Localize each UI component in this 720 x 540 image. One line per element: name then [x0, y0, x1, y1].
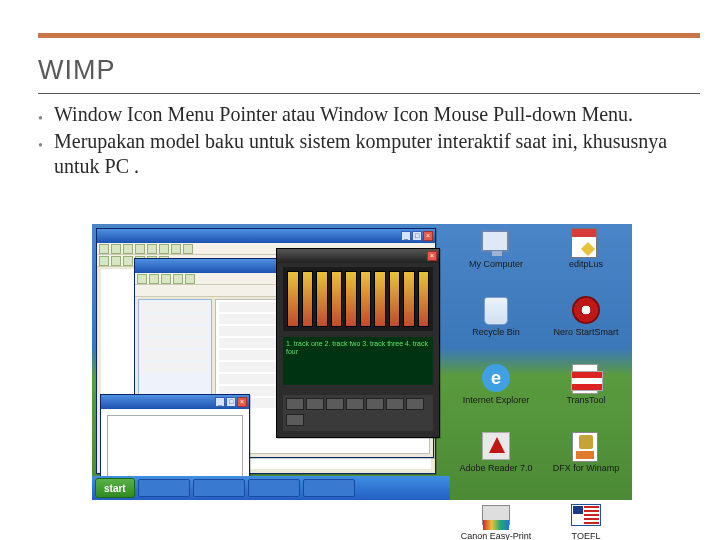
my-computer-icon[interactable]: My Computer: [456, 228, 536, 292]
toolbar-icon[interactable]: [99, 256, 109, 266]
recycle-bin-icon[interactable]: Recycle Bin: [456, 296, 536, 360]
eq-slider[interactable]: [418, 271, 430, 327]
toolbar-icon[interactable]: [159, 244, 169, 254]
bullet-item: • Merupakan model baku untuk sistem komp…: [38, 129, 680, 179]
taskbar-app-button[interactable]: [248, 479, 300, 497]
desktop-icon-label: My Computer: [469, 260, 523, 270]
next-button[interactable]: [366, 398, 384, 410]
toolbar-icon[interactable]: [183, 244, 193, 254]
toolbar-icon[interactable]: [123, 244, 133, 254]
my-computer-icon-glyph: [481, 228, 511, 258]
toolbar-icon[interactable]: [111, 256, 121, 266]
toolbar-icon[interactable]: [135, 244, 145, 254]
recycle-bin-icon-glyph: [481, 296, 511, 326]
bullet-marker: •: [38, 112, 44, 126]
folders-icon[interactable]: [185, 274, 195, 284]
canon-easyprint-icon-glyph: [481, 500, 511, 530]
list-item[interactable]: [142, 350, 208, 360]
document-page[interactable]: [107, 415, 243, 483]
desktop-icon-label: TOEFL: [572, 532, 601, 540]
player-controls[interactable]: [283, 395, 433, 431]
eq-slider[interactable]: [331, 271, 343, 327]
internet-explorer-icon[interactable]: Internet Explorer: [456, 364, 536, 428]
desktop-icons-area: My ComputereditpLusRecycle BinNero Start…: [450, 224, 632, 500]
taskbar-app-button[interactable]: [303, 479, 355, 497]
window-titlebar[interactable]: _ □ ×: [97, 229, 435, 243]
close-button[interactable]: ×: [423, 231, 433, 241]
slide-content: • Window Icon Menu Pointer atau Window I…: [38, 102, 680, 181]
minimize-button[interactable]: _: [401, 231, 411, 241]
desktop-icon-label: Canon Easy-Print …: [457, 532, 535, 540]
up-icon[interactable]: [161, 274, 171, 284]
desktop-icon-label: Nero StartSmart: [553, 328, 618, 338]
back-icon[interactable]: [137, 274, 147, 284]
list-item[interactable]: [142, 338, 208, 348]
eq-slider[interactable]: [302, 271, 314, 327]
close-button[interactable]: ×: [427, 251, 437, 261]
title-rule: [38, 93, 700, 94]
toefl-icon[interactable]: TOEFL: [546, 500, 626, 540]
window-titlebar[interactable]: _ □ ×: [101, 395, 249, 409]
start-button[interactable]: start: [95, 478, 135, 498]
shuffle-button[interactable]: [406, 398, 424, 410]
toefl-icon-glyph: [571, 500, 601, 530]
eq-slider[interactable]: [287, 271, 299, 327]
dfx-winamp-icon-glyph: [571, 432, 601, 462]
pause-button[interactable]: [326, 398, 344, 410]
bullet-item: • Window Icon Menu Pointer atau Window I…: [38, 102, 680, 127]
toolbar-icon[interactable]: [147, 244, 157, 254]
eq-slider[interactable]: [316, 271, 328, 327]
list-item[interactable]: [142, 314, 208, 324]
toolbar-icon[interactable]: [99, 244, 109, 254]
desktop-icon-label: Adobe Reader 7.0: [459, 464, 532, 474]
editplus-icon[interactable]: editpLus: [546, 228, 626, 292]
bullet-text: Merupakan model baku untuk sistem komput…: [54, 129, 680, 179]
taskbar[interactable]: start: [92, 476, 450, 500]
forward-icon[interactable]: [149, 274, 159, 284]
dfx-winamp-icon[interactable]: DFX for Winamp: [546, 432, 626, 496]
window-titlebar[interactable]: ×: [277, 249, 439, 263]
eq-slider[interactable]: [389, 271, 401, 327]
toolbar-icon[interactable]: [111, 244, 121, 254]
toolbar-icon[interactable]: [123, 256, 133, 266]
transtool-icon[interactable]: TransTool: [546, 364, 626, 428]
desktop-icon-label: TransTool: [566, 396, 605, 406]
eq-slider[interactable]: [403, 271, 415, 327]
maximize-button[interactable]: □: [412, 231, 422, 241]
nero-startsmart-icon[interactable]: Nero StartSmart: [546, 296, 626, 360]
accent-bar: [38, 33, 700, 38]
list-item[interactable]: [142, 302, 208, 312]
adobe-reader-icon[interactable]: Adobe Reader 7.0: [456, 432, 536, 496]
desktop-icon-label: DFX for Winamp: [553, 464, 620, 474]
eject-button[interactable]: [386, 398, 404, 410]
transtool-icon-glyph: [571, 364, 601, 394]
stop-button[interactable]: [346, 398, 364, 410]
desktop-icon-label: editpLus: [569, 260, 603, 270]
play-button[interactable]: [306, 398, 324, 410]
repeat-button[interactable]: [286, 414, 304, 426]
eq-slider[interactable]: [374, 271, 386, 327]
taskbar-app-button[interactable]: [138, 479, 190, 497]
eq-slider[interactable]: [345, 271, 357, 327]
toolbar-icon[interactable]: [171, 244, 181, 254]
list-item[interactable]: [142, 326, 208, 336]
close-button[interactable]: ×: [237, 397, 247, 407]
maximize-button[interactable]: □: [226, 397, 236, 407]
playlist-display[interactable]: 1. track one 2. track two 3. track three…: [283, 337, 433, 385]
minimize-button[interactable]: _: [215, 397, 225, 407]
canon-easyprint-icon[interactable]: Canon Easy-Print …: [456, 500, 536, 540]
internet-explorer-icon-glyph: [481, 364, 511, 394]
editplus-icon-glyph: [571, 228, 601, 258]
desktop-icon-label: Recycle Bin: [472, 328, 520, 338]
eq-slider[interactable]: [360, 271, 372, 327]
adobe-reader-icon-glyph: [481, 432, 511, 462]
taskbar-app-button[interactable]: [193, 479, 245, 497]
equalizer[interactable]: [283, 267, 433, 331]
bullet-text: Window Icon Menu Pointer atau Window Ico…: [54, 102, 633, 127]
search-icon[interactable]: [173, 274, 183, 284]
list-item[interactable]: [142, 362, 208, 372]
nero-startsmart-icon-glyph: [571, 296, 601, 326]
desktop-icon-label: Internet Explorer: [463, 396, 530, 406]
prev-button[interactable]: [286, 398, 304, 410]
app-window-media-player[interactable]: × 1. track one 2. track two 3. track thr…: [276, 248, 440, 438]
